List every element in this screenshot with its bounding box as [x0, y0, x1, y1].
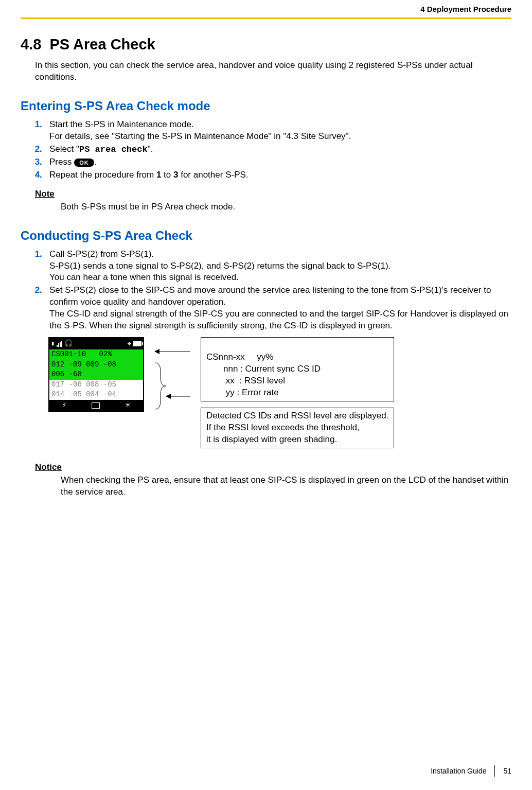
step-2: Select "PS area check". [49, 144, 511, 156]
footer-doc-title: Installation Guide [431, 766, 486, 776]
step-4-a: Repeat the procedure from [49, 170, 156, 180]
c2a: Set S-PS(2) close to the SIP-CS and move… [49, 285, 491, 307]
ok-button-icon: OK [74, 159, 94, 167]
lcd-line-5: 014 -05 004 -04 [49, 390, 143, 400]
lcd-line-3: 006 -68 [49, 370, 143, 380]
c1b: S-PS(1) sends a tone signal to S-PS(2), … [49, 261, 391, 271]
step-1: Start the S-PS in Maintenance mode. For … [49, 119, 511, 143]
legend1-l3: xx : RSSI level [206, 376, 285, 385]
legend1-l2: nnn : Current sync CS ID [206, 364, 321, 374]
c2b: The CS-ID and signal strength of the SIP… [49, 309, 508, 330]
legend1-l1: CSnnn-xx yy% [206, 352, 273, 362]
signal-bars-icon [57, 341, 62, 347]
lcd-figure: ▮ 🎧 ✥ CS001-10 02% 012 -09 009 -08 006 -… [48, 337, 511, 448]
header-rule [21, 17, 511, 19]
lcd-screen: ▮ 🎧 ✥ CS001-10 02% 012 -09 009 -08 006 -… [48, 337, 144, 412]
section-number: 4.8 [21, 36, 41, 52]
entering-steps: Start the S-PS in Maintenance mode. For … [35, 119, 511, 182]
nav-icon: ✥ [128, 340, 131, 348]
svg-marker-3 [166, 394, 171, 399]
c-step-2: Set S-PS(2) close to the SIP-CS and move… [49, 285, 511, 332]
lcd-line-2: 012 -09 009 -08 [49, 360, 143, 370]
lcd-status-bar: ▮ 🎧 ✥ [49, 338, 143, 349]
c1c: You can hear a tone when this signal is … [49, 272, 239, 282]
legend2-l2: If the RSSI level exceeds the threshold, [206, 423, 360, 432]
step-3-pre: Press [49, 157, 74, 167]
arrow-annotations [154, 337, 190, 412]
step-2-pre: Select " [49, 144, 79, 154]
subheading-entering: Entering S-PS Area Check mode [21, 98, 511, 114]
step-4: Repeat the procedure from 1 to 3 for ano… [49, 169, 511, 181]
wave-icon: ✳ [126, 400, 131, 411]
legend2-l3: it is displayed with green shading. [206, 434, 337, 444]
grid-icon [92, 402, 100, 409]
intro-paragraph: In this section, you can check the servi… [35, 60, 511, 83]
plug-icon: ⚡ [62, 400, 66, 410]
lcd-line-1: CS001-10 02% [49, 349, 143, 360]
step-3-post: . [94, 157, 97, 167]
page-footer: Installation Guide 51 [431, 765, 511, 777]
footer-divider [494, 765, 495, 777]
step-2-post: ". [148, 144, 153, 154]
legend1-l4: yy : Error rate [206, 388, 279, 397]
lcd-softkeys: ⚡ ✳ [49, 400, 143, 411]
signal-icon: ▮ [51, 340, 55, 348]
step-4-b: to [161, 170, 173, 180]
step-3: Press OK. [49, 156, 511, 168]
legend-box-1: CSnnn-xx yy% nnn : Current sync CS ID xx… [201, 337, 394, 401]
step-2-code: PS area check [79, 145, 148, 154]
notice-body: When checking the PS area, ensure that a… [61, 475, 511, 498]
headset-icon: 🎧 [64, 339, 73, 348]
conducting-steps: Call S-PS(2) from S-PS(1). S-PS(1) sends… [35, 249, 511, 332]
section-heading: 4.8 PS Area Check [21, 34, 511, 55]
footer-page-number: 51 [503, 766, 511, 776]
c-step-1: Call S-PS(2) from S-PS(1). S-PS(1) sends… [49, 249, 511, 284]
step-4-c: for another S-PS. [178, 170, 248, 180]
step-1-line1: Start the S-PS in Maintenance mode. [49, 119, 194, 129]
step-4-n1: 1 [156, 170, 161, 180]
subheading-conducting: Conducting S-PS Area Check [21, 227, 511, 244]
c1a: Call S-PS(2) from S-PS(1). [49, 249, 154, 259]
legend-box-2: Detected CS IDs and RSSI level are displ… [201, 408, 394, 448]
chapter-header: 4 Deployment Procedure [21, 0, 511, 17]
lcd-line-4: 017 -06 008 -05 [49, 380, 143, 390]
note-body: Both S-PSs must be in PS Area check mode… [61, 201, 511, 213]
legend2-l1: Detected CS IDs and RSSI level are displ… [206, 411, 388, 420]
section-title: PS Area Check [49, 36, 155, 52]
notice-label: Notice [35, 462, 511, 473]
note-label: Note [35, 188, 511, 200]
battery-icon [133, 341, 141, 346]
svg-marker-1 [154, 349, 159, 354]
step-1-line2: For details, see "Starting the S-PS in M… [49, 131, 351, 141]
